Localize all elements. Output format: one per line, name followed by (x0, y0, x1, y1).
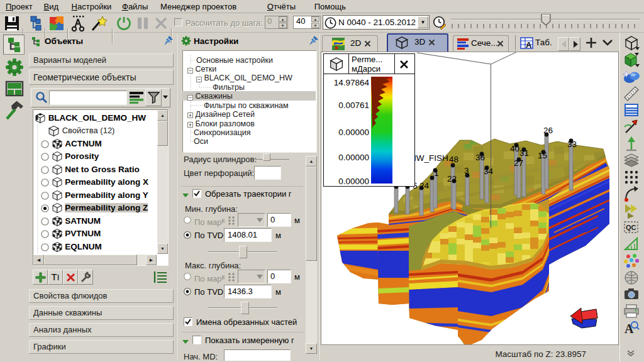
svg-text:15: 15 (538, 151, 547, 160)
svg-text:24: 24 (419, 181, 430, 190)
svg-text:1: 1 (434, 168, 439, 178)
svg-text:36: 36 (475, 153, 485, 162)
svg-text:31: 31 (519, 148, 529, 158)
svg-text:A: A (625, 322, 634, 336)
svg-text:3: 3 (464, 166, 469, 175)
svg-text:40: 40 (510, 144, 519, 153)
svg-text:QC: QC (626, 224, 636, 231)
svg-text:27: 27 (514, 158, 523, 168)
svg-text:22: 22 (447, 174, 457, 184)
svg-text:34: 34 (484, 167, 494, 176)
svg-text:A: A (526, 40, 532, 50)
svg-text:HW_FISH: HW_FISH (410, 153, 448, 163)
svg-text:26: 26 (543, 126, 553, 135)
svg-text:48: 48 (449, 155, 458, 164)
svg-text:33: 33 (567, 140, 577, 149)
